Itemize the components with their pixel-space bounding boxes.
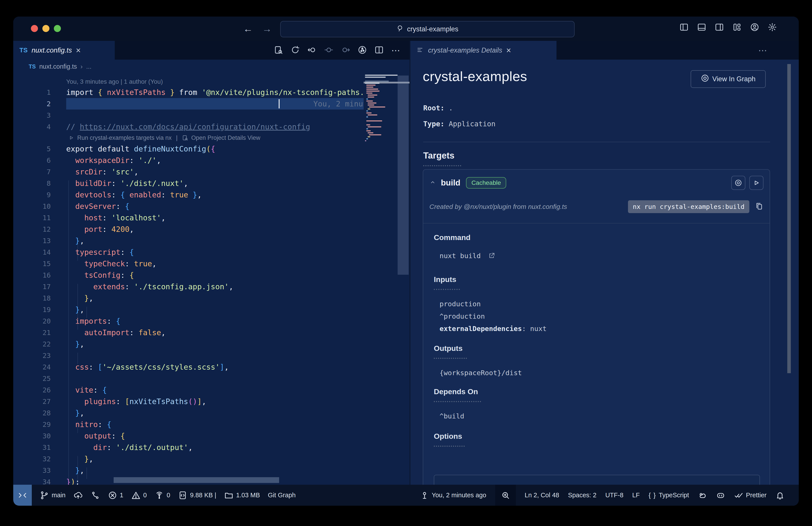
traffic-light-maximize[interactable] (54, 25, 61, 32)
status-item-you-2-minutes-ago[interactable]: You, 2 minutes ago (420, 485, 486, 506)
code-line[interactable]: 31 dir: './dist/.output', (13, 442, 409, 453)
sidebar-right-icon[interactable] (714, 22, 725, 32)
breadcrumb-more[interactable]: ... (86, 63, 91, 70)
code-line[interactable]: 33 }, (13, 465, 409, 476)
code-line[interactable]: 3 (13, 110, 409, 121)
status-item-typescript[interactable]: { }TypeScript (649, 485, 689, 506)
code-area[interactable]: You, 3 minutes ago | 1 author (You)1impo… (13, 77, 409, 485)
status-item-9-88-kb[interactable]: 9.88 KB | (178, 485, 216, 506)
code-line[interactable]: 7 srcDir: 'src', (13, 166, 409, 177)
close-icon[interactable]: × (506, 46, 511, 55)
code-line[interactable]: 32 }, (13, 453, 409, 465)
horizontal-scrollbar[interactable] (114, 477, 279, 483)
layout-grid-icon[interactable] (732, 22, 742, 32)
code-line[interactable]: 25 (13, 373, 409, 384)
prev-change-icon[interactable] (307, 45, 317, 55)
copy-icon[interactable] (755, 202, 764, 212)
code-line[interactable]: 10 devServer: { (13, 200, 409, 212)
status-item-ln-2-col-48[interactable]: Ln 2, Col 48 (525, 485, 559, 506)
status-item-bell[interactable] (775, 485, 785, 506)
status-item-remote[interactable] (13, 485, 32, 506)
code-line[interactable]: 27 plugins: [nxViteTsPaths()], (13, 396, 409, 407)
status-item-0[interactable]: 0 (131, 485, 147, 506)
status-item-0[interactable]: 0 (155, 485, 170, 506)
next-change-icon[interactable] (341, 45, 350, 55)
code-line[interactable]: 17 extends: './tsconfig.app.json', (13, 281, 409, 293)
code-line[interactable]: 2import { defineNuxtConfig } from 'nuxt/… (13, 98, 409, 110)
status-item-prettier[interactable]: Prettier (734, 485, 767, 506)
status-item-1[interactable]: 1 (108, 485, 124, 506)
codelens-row[interactable]: Run crystal-examples targets via nx|Open… (13, 132, 409, 143)
code-line[interactable]: 26 vite: { (13, 384, 409, 396)
gear-icon[interactable] (767, 22, 778, 32)
history-icon[interactable] (358, 45, 367, 55)
sidebar-left-icon[interactable] (679, 22, 689, 32)
build-card-header[interactable]: build Cacheable (423, 170, 770, 196)
more-icon[interactable]: ⋯ (391, 45, 401, 55)
tab-nuxt-config[interactable]: TS nuxt.config.ts × (13, 41, 115, 60)
status-item-spaces-2[interactable]: Spaces: 2 (568, 485, 596, 506)
breadcrumb[interactable]: TS nuxt.config.ts › ... (13, 60, 91, 73)
refresh-icon[interactable] (291, 45, 300, 55)
status-item-cloud-up[interactable] (73, 485, 83, 506)
depends-on-heading: Depends On (434, 387, 478, 396)
code-line[interactable]: 12 port: 4200, (13, 224, 409, 235)
more-actions-icon[interactable]: ⋯ (758, 41, 768, 60)
options-code-box[interactable]: { "cwd": "."} (434, 475, 760, 485)
code-line[interactable]: 16 tsConfig: { (13, 269, 409, 281)
status-item-git-graph[interactable] (91, 485, 100, 506)
vertical-scrollbar[interactable] (397, 75, 409, 275)
nav-forward-icon[interactable]: → (262, 22, 272, 35)
code-line[interactable]: 23 (13, 350, 409, 361)
code-line[interactable]: 18 }, (13, 293, 409, 304)
code-line[interactable]: 11 host: 'localhost', (13, 212, 409, 224)
code-line[interactable]: 1import { nxViteTsPaths } from '@nx/vite… (13, 87, 409, 98)
chevron-up-icon[interactable] (430, 179, 436, 187)
breadcrumb-file[interactable]: nuxt.config.ts (39, 63, 77, 70)
nx-run-command-chip[interactable]: nx run crystal-examples:build (628, 200, 749, 213)
status-item-utf-8[interactable]: UTF-8 (605, 485, 623, 506)
close-icon[interactable]: × (76, 46, 81, 55)
run-target-button[interactable] (749, 176, 764, 190)
status-item-lf[interactable]: LF (632, 485, 640, 506)
code-line[interactable]: 29 nitro: { (13, 419, 409, 430)
code-line[interactable]: 15 typeCheck: true, (13, 258, 409, 269)
code-line[interactable]: 14 typescript: { (13, 246, 409, 258)
status-item-copilot[interactable] (716, 485, 725, 506)
status-item-main[interactable]: main (40, 485, 66, 506)
code-line[interactable]: 30 output: { (13, 430, 409, 442)
traffic-light-close[interactable] (31, 25, 38, 32)
code-line[interactable]: 21 autoImport: false, (13, 327, 409, 338)
view-in-graph-button[interactable]: View In Graph (691, 70, 766, 88)
nav-back-icon[interactable]: ← (243, 22, 253, 35)
code-line[interactable]: 4// https://nuxt.com/docs/api/configurat… (13, 121, 409, 132)
external-link-icon[interactable] (488, 252, 495, 260)
codelens-open-details[interactable]: Open Project Details View (191, 134, 260, 141)
code-line[interactable]: 28 }, (13, 407, 409, 419)
code-line[interactable]: 13 }, (13, 235, 409, 246)
code-editor[interactable]: TS nuxt.config.ts › ... You, 3 minutes a… (13, 60, 409, 485)
code-line[interactable]: 6 workspaceDir: './', (13, 155, 409, 166)
split-icon[interactable] (375, 45, 384, 55)
panel-scrollbar[interactable] (787, 64, 791, 373)
code-line[interactable]: 9 devtools: { enabled: true }, (13, 189, 409, 200)
code-line[interactable]: 22 }, (13, 338, 409, 350)
tab-project-details[interactable]: crystal-examples Details × (410, 41, 556, 60)
code-line[interactable]: 19 }, (13, 304, 409, 315)
code-line[interactable]: 8 buildDir: './dist/.nuxt', (13, 177, 409, 189)
status-item-1-03-mb[interactable]: 1.03 MB (224, 485, 260, 506)
code-line[interactable]: 24 css: ['~/assets/css/styles.scss'], (13, 361, 409, 373)
status-item-squirrel[interactable] (698, 485, 707, 506)
panel-bottom-icon[interactable] (696, 22, 707, 32)
account-icon[interactable] (749, 22, 760, 32)
command-center-search[interactable]: crystal-examples (280, 21, 575, 37)
view-target-button[interactable] (731, 176, 745, 190)
cur-change-icon[interactable] (324, 45, 333, 55)
preview-search-icon[interactable] (274, 45, 283, 55)
codelens-run[interactable]: Run crystal-examples targets via nx (77, 134, 172, 141)
traffic-light-minimize[interactable] (42, 25, 49, 32)
status-item-zoom-in[interactable] (495, 485, 516, 506)
status-item-git-graph[interactable]: Git Graph (268, 485, 296, 506)
code-line[interactable]: 20 imports: { (13, 315, 409, 327)
code-line[interactable]: 5export default defineNuxtConfig({ (13, 143, 409, 155)
